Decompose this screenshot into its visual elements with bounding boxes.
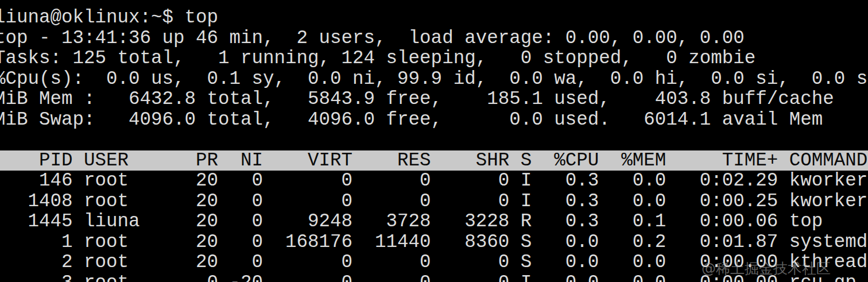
mem-line: MiB Mem : 6432.8 total, 5843.9 free, 185… [0,89,868,110]
terminal-screen[interactable]: liuna@oklinux:~$ top top - 13:41:36 up 4… [0,0,868,282]
swap-line: MiB Swap: 4096.0 total, 4096.0 free, 0.0… [0,110,868,130]
process-row: 1 root 20 0 168176 11440 8360 S 0.0 0.2 … [0,232,868,253]
process-row: 146 root 20 0 0 0 0 I 0.3 0.0 0:02.29 kw… [0,171,868,191]
cpu-line: %Cpu(s): 0.0 us, 0.1 sy, 0.0 ni, 99.9 id… [0,69,868,90]
table-header-row: PID USER PR NI VIRT RES SHR S %CPU %MEM … [0,150,868,171]
process-row: 1408 root 20 0 0 0 0 I 0.3 0.0 0:00.25 k… [0,191,868,212]
prompt-line: liuna@oklinux:~$ top [0,7,868,28]
process-row: 1445 liuna 20 0 9248 3728 3228 R 0.3 0.1… [0,211,868,232]
watermark: @稀土掘金技术社区 [702,259,831,278]
blank-line [0,130,868,150]
tasks-line: Tasks: 125 total, 1 running, 124 sleepin… [0,48,868,69]
terminal-output: liuna@oklinux:~$ top top - 13:41:36 up 4… [0,7,868,282]
uptime-line: top - 13:41:36 up 46 min, 2 users, load … [0,28,868,49]
